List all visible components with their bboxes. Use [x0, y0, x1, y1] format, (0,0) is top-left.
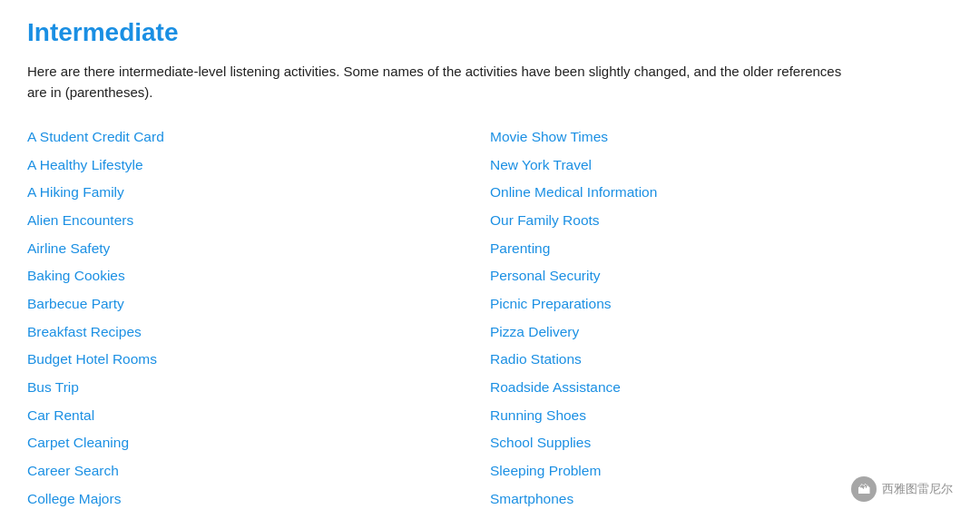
list-item[interactable]: Budget Hotel Rooms: [27, 347, 490, 373]
list-item[interactable]: Breakfast Recipes: [27, 319, 490, 346]
list-item[interactable]: New York Travel: [490, 152, 953, 179]
right-column: Movie Show TimesNew York TravelOnline Me…: [490, 124, 953, 512]
list-item[interactable]: Pizza Delivery: [490, 319, 953, 346]
watermark-icon: 🏔: [851, 476, 877, 502]
page-title: Intermediate: [27, 18, 953, 47]
list-item[interactable]: A Hiking Family: [27, 180, 490, 206]
list-item[interactable]: Our Family Roots: [490, 208, 953, 234]
links-container: A Student Credit CardA Healthy Lifestyle…: [27, 124, 953, 512]
list-item[interactable]: Movie Show Times: [490, 124, 953, 151]
list-item[interactable]: Baking Cookies: [27, 263, 490, 289]
list-item[interactable]: Personal Security: [490, 263, 953, 289]
list-item[interactable]: College Majors: [27, 486, 490, 513]
page-description: Here are there intermediate-level listen…: [27, 62, 844, 103]
list-item[interactable]: Career Search: [27, 458, 490, 485]
list-item[interactable]: Barbecue Party: [27, 291, 490, 318]
list-item[interactable]: Airline Safety: [27, 236, 490, 262]
list-item[interactable]: Running Shoes: [490, 403, 953, 429]
watermark-text: 西雅图雷尼尔: [882, 481, 953, 497]
list-item[interactable]: A Healthy Lifestyle: [27, 152, 490, 179]
list-item[interactable]: Carpet Cleaning: [27, 430, 490, 456]
list-item[interactable]: School Supplies: [490, 430, 953, 456]
left-column: A Student Credit CardA Healthy Lifestyle…: [27, 124, 490, 512]
list-item[interactable]: A Student Credit Card: [27, 124, 490, 151]
list-item[interactable]: Bus Trip: [27, 375, 490, 401]
list-item[interactable]: Radio Stations: [490, 347, 953, 373]
list-item[interactable]: Online Medical Information: [490, 180, 953, 206]
list-item[interactable]: Picnic Preparations: [490, 291, 953, 318]
list-item[interactable]: Car Rental: [27, 403, 490, 429]
list-item[interactable]: Roadside Assistance: [490, 375, 953, 401]
list-item[interactable]: Parenting: [490, 236, 953, 262]
watermark: 🏔 西雅图雷尼尔: [851, 476, 953, 502]
list-item[interactable]: Alien Encounters: [27, 208, 490, 234]
